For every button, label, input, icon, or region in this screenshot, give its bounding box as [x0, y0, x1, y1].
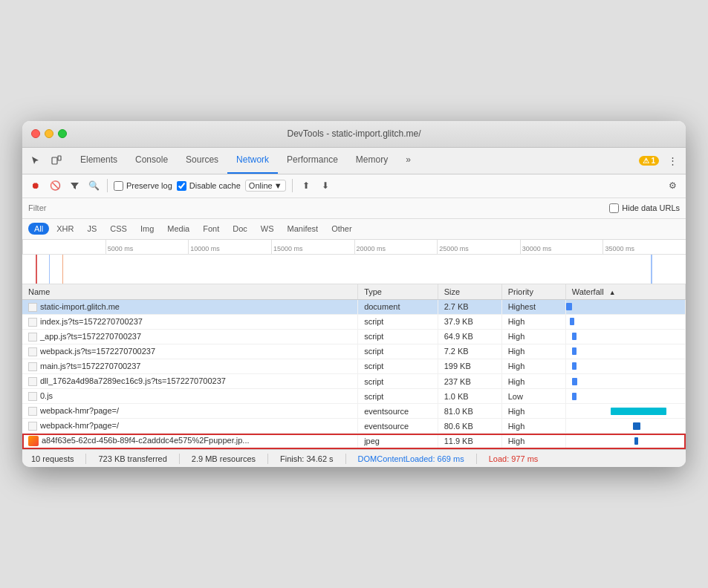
- file-icon: [28, 333, 37, 342]
- requests-count: 10 requests: [31, 454, 74, 463]
- file-icon: [28, 377, 37, 386]
- disable-cache-label[interactable]: Disable cache: [177, 181, 241, 191]
- col-header-priority[interactable]: Priority: [501, 284, 565, 300]
- separator-2: [292, 179, 293, 192]
- timeline-line-red: [36, 255, 37, 284]
- svg-rect-0: [52, 157, 57, 164]
- preserve-log-label[interactable]: Preserve log: [114, 181, 172, 191]
- type-css[interactable]: CSS: [104, 223, 133, 235]
- table-row[interactable]: webpack.js?ts=1572270700237script7.2 KBH…: [22, 344, 686, 359]
- cell-waterfall: [565, 419, 685, 434]
- tick-0: [22, 240, 105, 254]
- col-header-type[interactable]: Type: [358, 284, 438, 300]
- cell-waterfall: [565, 434, 685, 449]
- minimize-button[interactable]: [45, 129, 53, 138]
- type-other[interactable]: Other: [325, 223, 358, 235]
- timeline-area: [22, 255, 686, 284]
- tick-1: 5000 ms: [105, 240, 189, 254]
- type-all[interactable]: All: [28, 223, 49, 235]
- tab-sources[interactable]: Sources: [177, 148, 227, 174]
- nav-right: ⚠ 1 ⋮: [639, 151, 681, 169]
- col-header-name[interactable]: Name: [22, 284, 358, 300]
- type-ws[interactable]: WS: [255, 223, 280, 235]
- file-icon: [28, 303, 37, 312]
- cell-type: script: [358, 344, 438, 359]
- col-header-size[interactable]: Size: [438, 284, 501, 300]
- type-media[interactable]: Media: [161, 223, 195, 235]
- waterfall-bar: [570, 318, 574, 325]
- waterfall-bar: [572, 393, 577, 400]
- type-js[interactable]: JS: [81, 223, 103, 235]
- network-throttle-select[interactable]: Online ▼: [245, 180, 286, 192]
- hide-data-urls-checkbox[interactable]: [609, 203, 619, 213]
- tick-2: 10000 ms: [188, 240, 271, 254]
- type-xhr[interactable]: XHR: [51, 223, 79, 235]
- table-row[interactable]: 0.jsscript1.0 KBLow: [22, 389, 686, 404]
- traffic-lights: [31, 129, 67, 138]
- cell-priority: High: [501, 419, 565, 434]
- col-header-waterfall[interactable]: Waterfall ▲: [565, 284, 685, 300]
- filter-input[interactable]: [28, 203, 88, 212]
- cell-type: document: [358, 299, 438, 314]
- table-row[interactable]: static-import.glitch.medocument2.7 KBHig…: [22, 299, 686, 314]
- file-img-icon: [28, 436, 39, 446]
- hide-data-urls-label[interactable]: Hide data URLs: [609, 203, 680, 213]
- type-img[interactable]: Img: [134, 223, 160, 235]
- type-doc[interactable]: Doc: [227, 223, 253, 235]
- type-filter-bar: All XHR JS CSS Img Media Font Doc WS Man…: [22, 219, 686, 240]
- waterfall-bar: [633, 422, 640, 430]
- status-bar: 10 requests 723 KB transferred 2.9 MB re…: [22, 449, 686, 467]
- cell-name: a84f63e5-62cd-456b-89f4-c2adddc4e575%2Fp…: [22, 434, 358, 449]
- nav-icons: [27, 151, 65, 169]
- maximize-button[interactable]: [58, 129, 67, 138]
- table-row[interactable]: a84f63e5-62cd-456b-89f4-c2adddc4e575%2Fp…: [22, 434, 686, 449]
- status-sep-5: [476, 454, 477, 464]
- cell-size: 81.0 KB: [438, 404, 501, 419]
- tab-memory[interactable]: Memory: [347, 148, 397, 174]
- timeline-ruler: 5000 ms 10000 ms 15000 ms 20000 ms 25000…: [22, 240, 686, 255]
- tab-network[interactable]: Network: [227, 148, 278, 174]
- waterfall-bar: [572, 333, 577, 340]
- tab-more[interactable]: »: [397, 148, 420, 174]
- tab-elements[interactable]: Elements: [71, 148, 126, 174]
- tick-5: 25000 ms: [437, 240, 520, 254]
- tick-7: 35000 ms: [603, 240, 686, 254]
- cell-waterfall: [565, 374, 685, 389]
- device-toggle-icon[interactable]: [48, 151, 65, 169]
- cursor-icon[interactable]: [27, 151, 45, 169]
- stop-button[interactable]: 🚫: [48, 178, 62, 193]
- table-row[interactable]: main.js?ts=1572270700237script199 KBHigh: [22, 359, 686, 373]
- cell-size: 37.9 KB: [438, 314, 501, 329]
- cell-priority: Highest: [501, 299, 565, 314]
- preserve-log-checkbox[interactable]: [114, 181, 123, 191]
- warning-badge: ⚠ 1: [639, 156, 659, 166]
- cell-size: 7.2 KB: [438, 344, 501, 359]
- cell-type: script: [358, 374, 438, 389]
- file-icon: [28, 407, 37, 416]
- type-font[interactable]: Font: [197, 223, 225, 235]
- cell-name: webpack-hmr?page=/: [22, 419, 358, 434]
- table-row[interactable]: webpack-hmr?page=/eventsource80.6 KBHigh: [22, 419, 686, 434]
- cell-name: _app.js?ts=1572270700237: [22, 329, 358, 344]
- more-options-icon[interactable]: ⋮: [663, 151, 681, 169]
- table-row[interactable]: index.js?ts=1572270700237script37.9 KBHi…: [22, 314, 686, 329]
- type-manifest[interactable]: Manifest: [282, 223, 325, 235]
- filter-icon[interactable]: [67, 178, 82, 193]
- search-icon[interactable]: 🔍: [86, 178, 101, 193]
- cell-name: index.js?ts=1572270700237: [22, 314, 358, 329]
- cell-type: eventsource: [358, 419, 438, 434]
- table-header: Name Type Size Priority Waterfall ▲: [22, 284, 686, 300]
- disable-cache-checkbox[interactable]: [177, 181, 186, 191]
- cell-name: webpack.js?ts=1572270700237: [22, 344, 358, 359]
- tab-performance[interactable]: Performance: [278, 148, 347, 174]
- record-button[interactable]: ⏺: [28, 178, 43, 193]
- import-icon[interactable]: ⬆: [299, 178, 314, 193]
- settings-icon[interactable]: ⚙: [665, 178, 680, 193]
- tab-console[interactable]: Console: [126, 148, 177, 174]
- table-row[interactable]: webpack-hmr?page=/eventsource81.0 KBHigh: [22, 404, 686, 419]
- table-row[interactable]: dll_1762a4d98a7289ec16c9.js?ts=157227070…: [22, 374, 686, 389]
- export-icon[interactable]: ⬇: [318, 178, 333, 193]
- close-button[interactable]: [31, 129, 40, 138]
- cell-waterfall: [565, 299, 685, 314]
- table-row[interactable]: _app.js?ts=1572270700237script64.9 KBHig…: [22, 329, 686, 344]
